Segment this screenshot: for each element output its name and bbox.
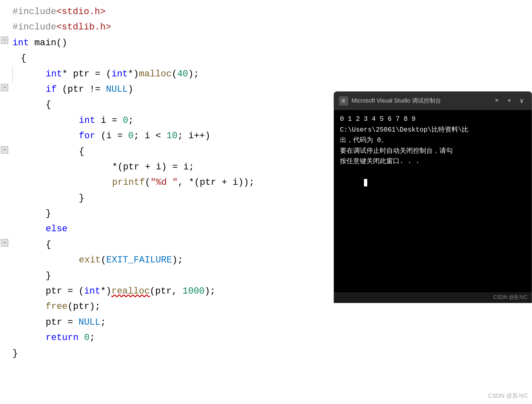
- terminal-minimize-btn[interactable]: ∨: [517, 96, 527, 106]
- code-line-22: return 0;: [12, 330, 532, 345]
- code-line-5: int* ptr = (int*)malloc(40);: [12, 66, 532, 82]
- watermark: CSDN @吾与C: [488, 392, 528, 400]
- terminal-footer-text: CSDN @吾与C: [493, 294, 527, 300]
- code-line-4: {: [12, 51, 532, 66]
- collapse-else[interactable]: −: [1, 239, 8, 247]
- terminal-cursor: [364, 179, 367, 186]
- terminal-window: ⊞ Microsoft Visual Studio 调试控制台 × + ∨ 0 …: [334, 91, 532, 303]
- collapse-for[interactable]: −: [1, 146, 8, 154]
- terminal-output-5: 按任意键关闭此窗口. . .: [340, 157, 526, 167]
- watermark-text: CSDN @吾与C: [488, 392, 528, 399]
- code-line-3: int main(): [12, 35, 532, 51]
- collapse-main[interactable]: −: [1, 37, 8, 44]
- terminal-output-3: 出，代码为 0。: [340, 135, 526, 146]
- code-line-2: #include<stdlib.h>: [12, 20, 532, 35]
- terminal-title: Microsoft Visual Studio 调试控制台: [351, 97, 488, 105]
- terminal-app-icon: ⊞: [339, 96, 348, 105]
- terminal-footer: CSDN @吾与C: [334, 292, 532, 303]
- code-line-21: ptr = NULL;: [12, 315, 532, 330]
- terminal-output-4: 要在调试停止时自动关闭控制台，请勾: [340, 146, 526, 157]
- terminal-cursor-line: [340, 167, 526, 199]
- code-line-23: }: [12, 346, 532, 361]
- terminal-controls: × + ∨: [492, 96, 527, 106]
- terminal-output-2: C:\Users\25061\Desktop\比特资料\比: [340, 125, 526, 136]
- terminal-body: 0 1 2 3 4 5 6 7 8 9 C:\Users\25061\Deskt…: [334, 110, 532, 292]
- terminal-add-btn[interactable]: +: [504, 96, 514, 106]
- terminal-close-btn[interactable]: ×: [492, 96, 502, 106]
- terminal-titlebar: ⊞ Microsoft Visual Studio 调试控制台 × + ∨: [334, 92, 532, 110]
- collapse-if[interactable]: −: [1, 84, 8, 91]
- code-line-1: #include<stdio.h>: [12, 4, 532, 20]
- terminal-output-1: 0 1 2 3 4 5 6 7 8 9: [340, 114, 526, 125]
